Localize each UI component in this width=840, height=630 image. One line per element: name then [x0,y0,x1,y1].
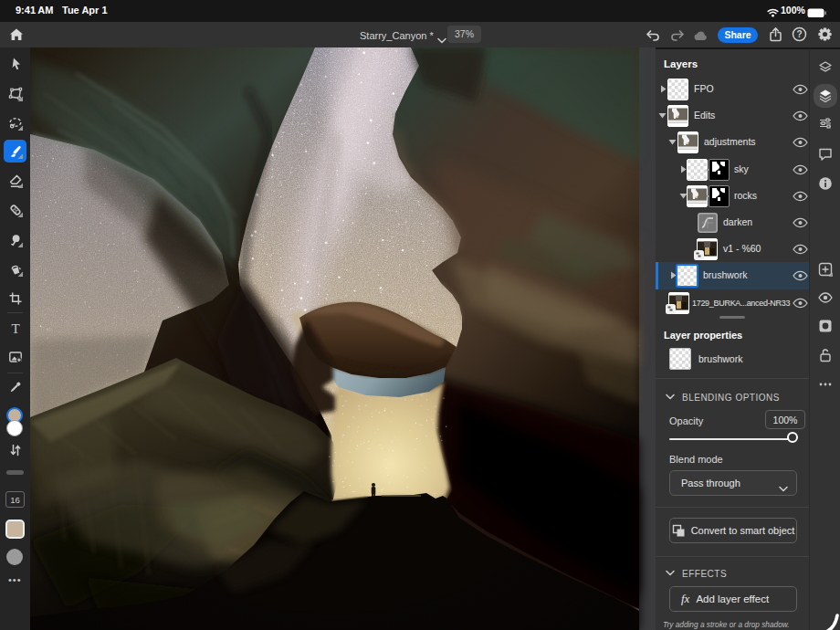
svg-text:?: ? [796,29,802,39]
svg-text:T: T [11,320,19,335]
